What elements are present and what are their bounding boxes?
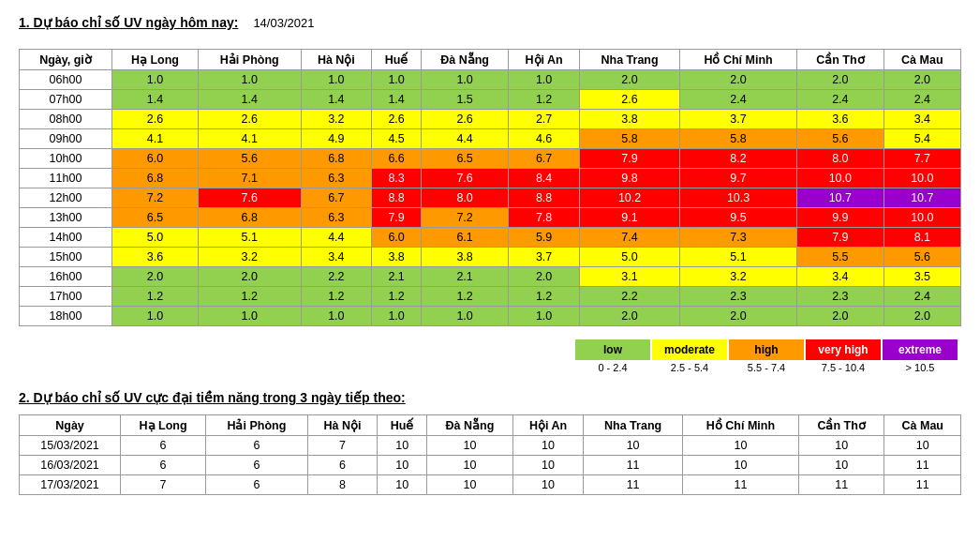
uv-cell: 8.1 bbox=[883, 228, 960, 248]
uv-cell: 1.2 bbox=[509, 90, 580, 110]
uv-cell: 1.0 bbox=[509, 307, 580, 326]
uv-forecast-cell: 10 bbox=[426, 456, 512, 475]
uv-cell: 3.4 bbox=[883, 110, 960, 129]
uv-forecast-cell: 10 bbox=[513, 475, 584, 495]
table2-header-cell: Huế bbox=[378, 415, 426, 436]
uv-cell: 3.4 bbox=[797, 267, 884, 287]
uv-cell: 6.8 bbox=[301, 149, 372, 169]
uv-forecast-cell: 6 bbox=[206, 436, 307, 456]
uv-cell: 7.7 bbox=[883, 149, 960, 169]
uv-cell: 3.7 bbox=[509, 248, 580, 267]
uv-cell: 8.0 bbox=[422, 188, 509, 208]
uv-cell: 10.2 bbox=[580, 188, 680, 208]
time-cell: 12h00 bbox=[20, 188, 112, 208]
uv-forecast-cell: 6 bbox=[206, 475, 307, 495]
table1-header-cell: Hồ Chí Minh bbox=[680, 50, 797, 70]
uv-forecast-cell: 10 bbox=[378, 475, 426, 495]
uv-cell: 10.7 bbox=[797, 188, 884, 208]
section1: 1. Dự báo chỉ số UV ngày hôm nay: 14/03/… bbox=[19, 15, 961, 373]
legend-range-label: 7.5 - 10.4 bbox=[806, 362, 881, 373]
uv-cell: 9.1 bbox=[580, 208, 680, 228]
time-cell: 14h00 bbox=[20, 228, 112, 248]
uv-cell: 7.9 bbox=[372, 208, 422, 228]
date-cell: 16/03/2021 bbox=[20, 456, 121, 475]
uv-cell: 1.0 bbox=[372, 70, 422, 90]
uv-cell: 5.5 bbox=[797, 248, 884, 267]
uv-forecast-cell: 8 bbox=[307, 475, 378, 495]
uv-cell: 10.0 bbox=[883, 208, 960, 228]
table-row: 10h006.05.66.86.66.56.77.98.28.07.7 bbox=[20, 149, 961, 169]
uv-cell: 1.4 bbox=[199, 90, 302, 110]
date-cell: 17/03/2021 bbox=[20, 475, 121, 495]
uv-cell: 6.7 bbox=[509, 149, 580, 169]
uv-cell: 7.9 bbox=[797, 228, 884, 248]
uv-cell: 2.0 bbox=[883, 70, 960, 90]
uv-cell: 6.1 bbox=[422, 228, 509, 248]
uv-cell: 10.3 bbox=[680, 188, 797, 208]
uv-cell: 3.8 bbox=[422, 248, 509, 267]
uv-forecast-cell: 10 bbox=[683, 456, 799, 475]
uv-cell: 1.4 bbox=[111, 90, 198, 110]
uv-cell: 3.6 bbox=[111, 248, 198, 267]
uv-forecast-cell: 7 bbox=[307, 436, 378, 456]
uv-cell: 1.2 bbox=[509, 287, 580, 307]
uv-cell: 1.2 bbox=[422, 287, 509, 307]
uv-cell: 4.4 bbox=[422, 129, 509, 149]
uv-forecast-table: NgàyHạ LongHải PhòngHà NộiHuếĐà NẵngHội … bbox=[19, 414, 961, 495]
uv-forecast-cell: 11 bbox=[798, 475, 884, 495]
uv-cell: 2.3 bbox=[680, 287, 797, 307]
uv-cell: 1.2 bbox=[372, 287, 422, 307]
table-row: 17h001.21.21.21.21.21.22.22.32.32.4 bbox=[20, 287, 961, 307]
table2-header-cell: Hà Nội bbox=[307, 415, 378, 436]
table2-header-cell: Nha Trang bbox=[584, 415, 683, 436]
section2-title: 2. Dự báo chỉ số UV cực đại tiềm năng tr… bbox=[19, 390, 961, 405]
uv-cell: 7.2 bbox=[111, 188, 198, 208]
uv-cell: 5.6 bbox=[797, 129, 884, 149]
table1-header-cell: Hà Nội bbox=[301, 50, 372, 70]
uv-forecast-cell: 10 bbox=[513, 436, 584, 456]
uv-cell: 3.2 bbox=[199, 248, 302, 267]
table1-header-cell: Nha Trang bbox=[580, 50, 680, 70]
uv-cell: 9.9 bbox=[797, 208, 884, 228]
uv-cell: 5.6 bbox=[199, 149, 302, 169]
table-row: 16h002.02.02.22.12.12.03.13.23.43.5 bbox=[20, 267, 961, 287]
uv-cell: 2.0 bbox=[680, 70, 797, 90]
uv-forecast-cell: 10 bbox=[378, 436, 426, 456]
uv-cell: 5.0 bbox=[580, 248, 680, 267]
legend-range-label: > 10.5 bbox=[883, 362, 958, 373]
uv-cell: 9.8 bbox=[580, 169, 680, 188]
table-row: 18h001.01.01.01.01.01.02.02.02.02.0 bbox=[20, 307, 961, 326]
uv-cell: 2.2 bbox=[301, 267, 372, 287]
uv-cell: 8.3 bbox=[372, 169, 422, 188]
uv-cell: 7.6 bbox=[199, 188, 302, 208]
uv-cell: 1.0 bbox=[199, 70, 302, 90]
uv-cell: 8.4 bbox=[509, 169, 580, 188]
uv-cell: 3.1 bbox=[580, 267, 680, 287]
uv-cell: 8.8 bbox=[509, 188, 580, 208]
section2: 2. Dự báo chỉ số UV cực đại tiềm năng tr… bbox=[19, 390, 961, 495]
table1-header-cell: Hải Phòng bbox=[199, 50, 302, 70]
uv-cell: 1.0 bbox=[422, 70, 509, 90]
uv-cell: 2.1 bbox=[422, 267, 509, 287]
table2-header-cell: Cà Mau bbox=[884, 415, 961, 436]
uv-cell: 2.0 bbox=[883, 307, 960, 326]
uv-cell: 1.0 bbox=[111, 307, 198, 326]
table2-header-cell: Ngày bbox=[20, 415, 121, 436]
uv-cell: 8.8 bbox=[372, 188, 422, 208]
uv-forecast-cell: 11 bbox=[584, 475, 683, 495]
uv-cell: 7.8 bbox=[509, 208, 580, 228]
legend-range-label: 5.5 - 7.4 bbox=[729, 362, 804, 373]
table-row: 15/03/202166710101010101010 bbox=[20, 436, 961, 456]
uv-forecast-cell: 10 bbox=[584, 436, 683, 456]
uv-cell: 2.6 bbox=[199, 110, 302, 129]
uv-cell: 7.6 bbox=[422, 169, 509, 188]
uv-forecast-cell: 10 bbox=[513, 456, 584, 475]
time-cell: 13h00 bbox=[20, 208, 112, 228]
time-cell: 10h00 bbox=[20, 149, 112, 169]
uv-cell: 10.0 bbox=[797, 169, 884, 188]
uv-cell: 6.0 bbox=[111, 149, 198, 169]
uv-forecast-cell: 11 bbox=[683, 475, 799, 495]
uv-cell: 5.8 bbox=[580, 129, 680, 149]
uv-cell: 2.0 bbox=[797, 70, 884, 90]
uv-cell: 6.0 bbox=[372, 228, 422, 248]
